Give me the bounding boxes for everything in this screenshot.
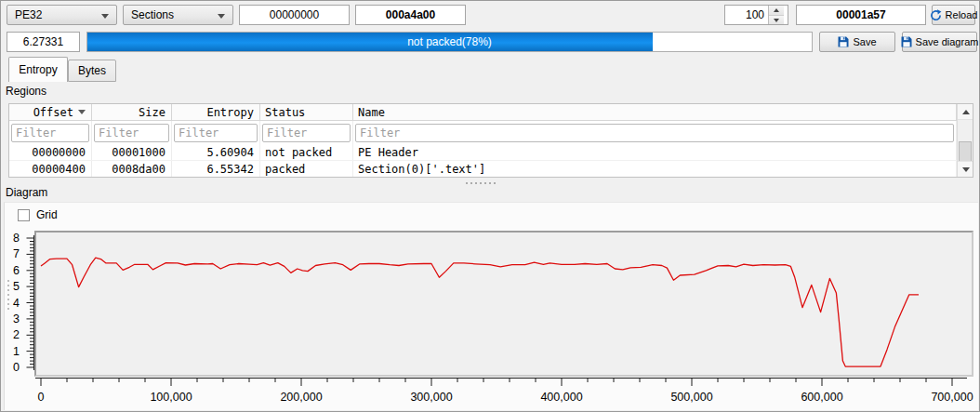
filter-entropy-input[interactable] (174, 124, 258, 142)
cell-offset: 00000000 (9, 145, 92, 160)
tab-bytes[interactable]: Bytes (68, 60, 116, 82)
cell-entropy: 6.55342 (172, 161, 260, 177)
filter-size-input[interactable] (94, 124, 169, 142)
reload-icon (930, 9, 942, 21)
scroll-up-arrow[interactable] (958, 104, 973, 120)
filter-status-input[interactable] (262, 124, 351, 142)
diagram-panel: Grid 012345678 0100,000200,000300,000400… (4, 202, 978, 410)
x-tick-label: 300,000 (410, 390, 452, 405)
x-tick-label: 700,000 (931, 390, 973, 405)
cell-status: packed (260, 161, 353, 177)
filter-name-input[interactable] (355, 124, 954, 142)
block-count-spinbox (724, 5, 788, 25)
column-header-size[interactable]: Size (92, 104, 172, 120)
pack-status-text: not packed(78%) (87, 33, 812, 51)
vertical-splitter-handle[interactable] (7, 280, 10, 321)
sort-desc-icon (78, 110, 86, 114)
x-axis-ruler (34, 378, 973, 390)
grid-checkbox-label: Grid (36, 208, 58, 221)
chevron-down-icon (101, 14, 109, 19)
block-size-field[interactable] (796, 5, 926, 25)
cell-name: PE Header (353, 145, 957, 160)
y-axis-ruler (18, 233, 34, 372)
tab-bytes-label: Bytes (78, 64, 106, 77)
filter-row (9, 121, 957, 145)
filter-offset-input[interactable] (11, 124, 89, 142)
cell-size: 00001000 (92, 145, 172, 160)
column-header-offset[interactable]: Offset (9, 104, 92, 120)
grid-checkbox[interactable] (18, 209, 30, 221)
x-tick-label: 500,000 (670, 390, 712, 405)
tab-entropy[interactable]: Entropy (8, 57, 68, 82)
save-button[interactable]: Save (819, 32, 895, 52)
block-count-input[interactable] (725, 6, 768, 24)
cell-size: 0008da00 (92, 161, 172, 177)
save-floppy-icon (838, 36, 849, 47)
horizontal-splitter-handle[interactable] (466, 181, 507, 184)
table-row[interactable]: 00000400 0008da00 6.55342 packed Section… (9, 161, 957, 177)
filetype-combobox[interactable]: PE32 (7, 5, 117, 25)
entropy-line-svg (36, 233, 972, 375)
cell-status: not packed (260, 145, 353, 160)
table-row[interactable]: 00000000 00001000 5.60904 not packed PE … (9, 145, 957, 161)
save-diagram-label: Save diagram (916, 36, 979, 47)
chevron-down-icon (218, 14, 225, 19)
scope-value: Sections (131, 8, 174, 21)
column-header-entropy[interactable]: Entropy (172, 104, 260, 120)
die-entropy-window: PE32 Sections Reload not packed(78%) (0, 0, 980, 412)
regions-label: Regions (6, 85, 46, 98)
x-tick-label: 100,000 (150, 390, 192, 405)
cell-offset: 00000400 (9, 161, 92, 177)
column-header-status[interactable]: Status (260, 104, 353, 120)
spin-down-button[interactable] (769, 16, 784, 25)
size-field[interactable] (355, 5, 466, 25)
plot-area (34, 231, 973, 377)
total-entropy-field[interactable] (7, 32, 80, 52)
x-tick-label: 0 (38, 390, 45, 405)
column-header-name[interactable]: Name (353, 104, 957, 120)
scroll-down-arrow[interactable] (958, 161, 973, 177)
scope-combobox[interactable]: Sections (123, 5, 233, 25)
reload-label: Reload (946, 9, 978, 20)
save-floppy-icon (901, 36, 912, 47)
offset-input[interactable] (239, 5, 350, 25)
filetype-value: PE32 (15, 8, 42, 21)
diagram-label: Diagram (6, 186, 47, 199)
x-tick-label: 200,000 (280, 390, 322, 405)
x-tick-label: 600,000 (801, 390, 842, 405)
x-tick-label: 400,000 (540, 390, 582, 405)
table-vertical-scrollbar[interactable] (957, 104, 973, 177)
regions-table: Offset Size Entropy Status Name 000 (8, 103, 973, 178)
spin-up-button[interactable] (769, 6, 784, 16)
tab-entropy-label: Entropy (19, 63, 57, 76)
pack-status-progressbar: not packed(78%) (86, 32, 813, 52)
cell-name: Section(0)['.text'] (353, 161, 957, 177)
cell-entropy: 5.60904 (172, 145, 260, 160)
save-diagram-button[interactable]: Save diagram (902, 32, 977, 52)
table-header-row: Offset Size Entropy Status Name (9, 104, 957, 121)
reload-button[interactable]: Reload (932, 5, 975, 25)
save-label: Save (853, 36, 876, 47)
